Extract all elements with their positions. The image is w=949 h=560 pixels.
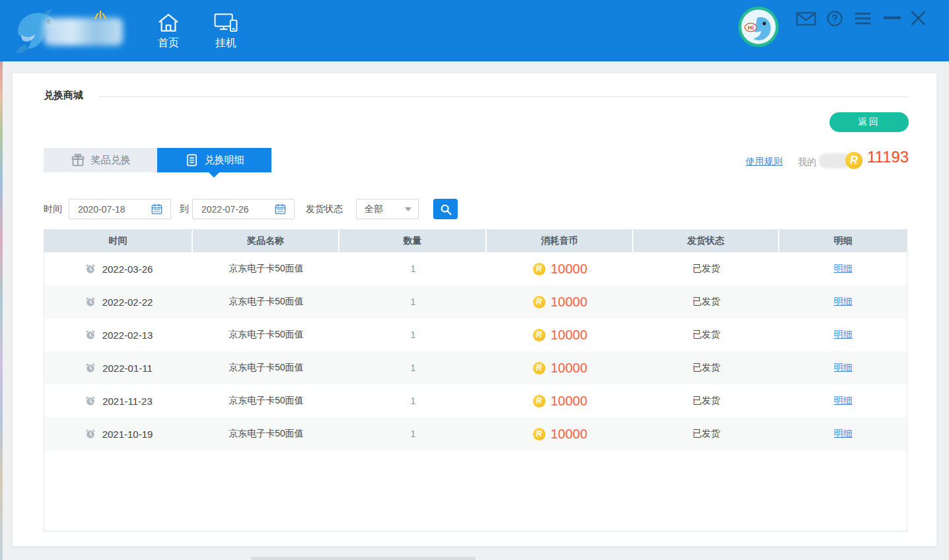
row-coins-spent: 10000: [551, 394, 588, 409]
header-shipping-status: 发货状态: [633, 230, 779, 252]
row-quantity: 1: [339, 351, 487, 384]
tab-prize-exchange-label: 奖品兑换: [91, 154, 131, 166]
row-prize-name: 京东电子卡50面值: [193, 384, 339, 417]
list-document-icon: [185, 153, 199, 167]
nav-idle-label: 挂机: [215, 36, 236, 50]
row-coins-spent: 10000: [551, 328, 588, 343]
header-quantity: 数量: [339, 230, 487, 252]
tab-exchange-details-label: 兑换明细: [205, 154, 244, 166]
search-button[interactable]: [433, 199, 458, 219]
clock-icon: [85, 263, 96, 275]
table-row: 2021-11-23 京东电子卡50面值 1 R 10000 已发货 明细: [44, 384, 907, 417]
tab-exchange-details[interactable]: 兑换明细: [157, 148, 271, 172]
header-detail: 明细: [779, 230, 907, 252]
header-time: 时间: [44, 230, 193, 252]
table-row: 2022-02-22 京东电子卡50面值 1 R 10000 已发货 明细: [44, 285, 907, 318]
minimize-button[interactable]: [884, 17, 901, 19]
row-prize-name: 京东电子卡50面值: [193, 417, 339, 450]
row-detail-link[interactable]: 明细: [834, 263, 853, 275]
coin-icon: R: [533, 362, 545, 374]
date-to-value: 2022-07-26: [201, 204, 249, 215]
shipping-status-label: 发货状态: [306, 199, 343, 219]
home-icon: [157, 13, 180, 33]
menu-icon[interactable]: [853, 12, 872, 25]
row-shipping-status: 已发货: [633, 384, 779, 417]
header-coins-spent: 消耗音币: [487, 230, 633, 252]
titlebar: 首页 挂机 Hi: [0, 0, 949, 61]
row-detail-link[interactable]: 明细: [834, 428, 853, 440]
row-prize-name: 京东电子卡50面值: [193, 318, 339, 351]
exchange-mall-panel: 兑换商城 返回 奖品兑换 兑换明细 使用规则 我的 R 11193: [12, 73, 937, 547]
idle-monitor-icon: [213, 13, 238, 33]
desktop-edge-strip: [0, 61, 3, 560]
app-window: 首页 挂机 Hi: [0, 0, 949, 560]
coin-icon: R: [533, 395, 545, 407]
clock-icon: [85, 362, 96, 374]
search-icon: [439, 203, 452, 216]
calendar-icon[interactable]: [151, 203, 163, 215]
row-shipping-status: 已发货: [633, 351, 779, 384]
date-to-input[interactable]: 2022-07-26: [192, 199, 295, 219]
coin-icon: R: [533, 263, 545, 275]
row-quantity: 1: [339, 417, 487, 450]
nav-idle[interactable]: 挂机: [204, 13, 248, 50]
row-prize-name: 京东电子卡50面值: [193, 351, 339, 384]
header-prize-name: 奖品名称: [193, 230, 339, 252]
row-prize-name: 京东电子卡50面值: [193, 252, 339, 285]
row-date: 2022-02-22: [102, 297, 153, 308]
row-detail-link[interactable]: 明细: [834, 296, 853, 308]
row-detail-link[interactable]: 明细: [834, 395, 853, 407]
back-button[interactable]: 返回: [829, 112, 909, 132]
title-divider: [98, 96, 908, 97]
gift-icon: [71, 153, 85, 168]
row-coins-spent: 10000: [551, 427, 588, 442]
page-title: 兑换商城: [44, 89, 83, 102]
clock-icon: [85, 296, 96, 308]
row-shipping-status: 已发货: [633, 417, 779, 450]
my-balance-label: 我的: [798, 157, 816, 168]
chevron-down-icon: [405, 207, 411, 211]
calendar-icon[interactable]: [274, 203, 287, 215]
help-icon[interactable]: [827, 11, 843, 26]
date-from-input[interactable]: 2020-07-18: [69, 199, 171, 219]
user-avatar[interactable]: Hi: [738, 6, 779, 48]
nav-home-label: 首页: [158, 36, 179, 50]
table-header: 时间 奖品名称 数量 消耗音币 发货状态 明细: [44, 230, 907, 252]
time-filter-label: 时间: [44, 199, 62, 219]
row-prize-name: 京东电子卡50面值: [193, 285, 339, 318]
table-row: 2022-02-13 京东电子卡50面值 1 R 10000 已发货 明细: [44, 318, 907, 351]
close-button[interactable]: [909, 10, 927, 26]
sparkle-icon: [92, 7, 108, 19]
row-quantity: 1: [339, 384, 487, 417]
coin-icon: R: [533, 428, 545, 440]
coin-icon: R: [533, 329, 545, 341]
status-select[interactable]: 全部: [356, 199, 419, 219]
svg-text:Hi: Hi: [748, 24, 754, 31]
active-tab-pointer: [209, 172, 219, 178]
row-shipping-status: 已发货: [633, 318, 779, 351]
row-detail-link[interactable]: 明细: [834, 362, 853, 374]
row-shipping-status: 已发货: [633, 285, 779, 318]
row-date: 2022-02-13: [102, 330, 153, 341]
row-coins-spent: 10000: [551, 295, 588, 310]
date-from-value: 2020-07-18: [78, 204, 125, 215]
coin-icon: R: [845, 152, 862, 169]
coin-balance-value: 11193: [867, 148, 909, 166]
row-quantity: 1: [339, 252, 487, 285]
logo-text-blurred: [44, 18, 123, 46]
mail-icon[interactable]: [795, 12, 817, 26]
clock-icon: [85, 428, 96, 440]
taskbar-edge: [251, 557, 475, 560]
row-date: 2021-10-19: [102, 429, 153, 440]
table-row: 2021-10-19 京东电子卡50面值 1 R 10000 已发货 明细: [44, 417, 907, 450]
clock-icon: [85, 395, 96, 407]
usage-rules-link[interactable]: 使用规则: [746, 156, 783, 168]
row-date: 2021-11-23: [102, 396, 153, 407]
nav-home[interactable]: 首页: [147, 13, 190, 50]
to-label: 到: [180, 199, 189, 219]
row-coins-spent: 10000: [551, 262, 588, 277]
clock-icon: [85, 329, 96, 341]
row-coins-spent: 10000: [551, 361, 588, 376]
row-detail-link[interactable]: 明细: [834, 329, 853, 341]
tab-prize-exchange[interactable]: 奖品兑换: [44, 148, 157, 172]
